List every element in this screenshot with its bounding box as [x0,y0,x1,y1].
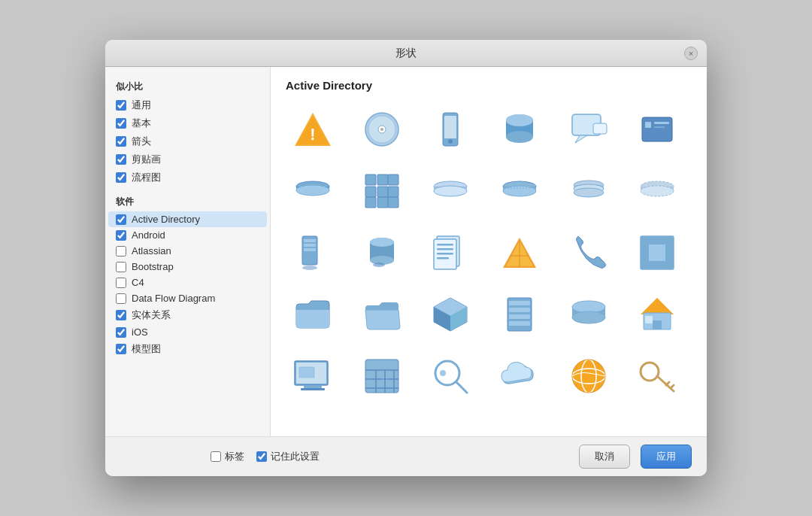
svg-marker-15 [575,135,587,143]
label-clipart: 剪贴画 [132,153,161,166]
svg-point-13 [506,114,533,126]
checkbox-android[interactable] [116,230,126,241]
icon-circular-database[interactable] [423,164,477,218]
remember-checkbox-input[interactable] [256,451,267,462]
icon-database-server[interactable] [492,102,547,156]
icon-warning-triangle[interactable]: ! [286,102,340,156]
icon-pyramid[interactable] [492,226,547,280]
icon-phone-device[interactable] [562,226,616,280]
checkbox-bootstrap[interactable] [116,262,126,272]
svg-rect-25 [377,175,388,185]
checkbox-arrow[interactable] [116,136,126,147]
label-ios: iOS [132,326,148,338]
sidebar-item-model[interactable]: 模型图 [105,340,270,358]
icon-cube-grid[interactable] [355,164,409,218]
label-general: 通用 [132,99,151,112]
icon-key[interactable] [630,349,684,403]
icon-dotted-database[interactable] [630,164,684,218]
content-area: Active Directory ! [271,67,707,436]
sidebar-item-entity[interactable]: 实体关系 [105,306,270,324]
icon-flat-database[interactable] [286,164,340,218]
content-title: Active Directory [286,79,692,92]
remember-checkbox-option[interactable]: 记住此设置 [256,450,320,463]
checkbox-basic[interactable] [116,118,126,129]
svg-line-114 [666,382,669,385]
checkbox-active-directory[interactable] [116,214,126,225]
svg-rect-8 [444,116,456,138]
label-entity: 实体关系 [132,308,171,322]
checkbox-dataflow[interactable] [116,293,126,304]
sidebar-section-software: 软件 [105,193,270,211]
dialog-body: 似小比 通用基本箭头剪贴画流程图 软件 Active DirectoryAndr… [105,67,707,436]
icon-disk-storage[interactable] [562,287,616,341]
checkbox-c4[interactable] [116,278,126,288]
icon-screen-monitor[interactable] [286,349,340,403]
icon-open-folder[interactable] [355,287,409,341]
svg-point-6 [380,128,383,131]
svg-rect-64 [437,248,453,250]
svg-rect-19 [654,122,669,124]
svg-rect-28 [377,187,388,197]
icon-striped-database[interactable] [562,164,616,218]
icon-card-rectangle[interactable] [630,102,684,156]
label-active-directory: Active Directory [132,214,200,225]
checkbox-model[interactable] [116,344,126,354]
icon-mobile-device[interactable] [423,102,477,156]
dialog: 形状 × 似小比 通用基本箭头剪贴画流程图 软件 Active Director… [105,40,707,476]
icon-3d-cube[interactable] [423,287,477,341]
svg-point-46 [641,186,674,196]
checkbox-flowchart[interactable] [116,172,126,183]
svg-rect-63 [437,244,453,246]
label-checkbox-option[interactable]: 标签 [211,450,244,463]
icon-house[interactable] [630,287,684,341]
sidebar-item-basic[interactable]: 基本 [105,114,270,132]
icon-server-rack[interactable] [492,287,547,341]
sidebar-item-arrow[interactable]: 箭头 [105,132,270,150]
svg-rect-17 [642,117,672,141]
checkbox-clipart[interactable] [116,154,126,165]
svg-rect-75 [641,261,674,269]
svg-line-106 [456,382,467,393]
close-button[interactable]: × [684,47,698,60]
icon-search-circle[interactable] [423,349,477,403]
checkbox-general[interactable] [116,100,126,111]
icon-globe[interactable] [562,349,616,403]
label-checkbox-input[interactable] [211,451,221,462]
svg-rect-83 [509,314,530,319]
svg-rect-49 [304,244,316,247]
icon-cd-disc[interactable] [355,102,409,156]
sidebar-item-general[interactable]: 通用 [105,96,270,114]
svg-rect-20 [654,126,665,128]
icon-chat-bubble[interactable] [562,102,616,156]
label-c4: C4 [132,277,144,288]
sidebar-item-active-directory[interactable]: Active Directory [108,211,267,227]
label-arrow: 箭头 [132,135,151,148]
checkbox-entity[interactable] [116,310,126,320]
svg-marker-89 [641,298,674,314]
sidebar-item-atlassian[interactable]: Atlassian [105,243,270,259]
icon-db-cylinder[interactable] [355,226,409,280]
dialog-titlebar: 形状 × [105,40,707,67]
icon-server-small[interactable] [286,226,340,280]
sidebar-item-ios[interactable]: iOS [105,324,270,340]
checkbox-atlassian[interactable] [116,246,126,256]
sidebar-item-dataflow[interactable]: Data Flow Diagram [105,290,270,306]
icon-cloud[interactable] [492,349,547,403]
icon-firewall[interactable] [630,226,684,280]
svg-rect-91 [653,320,662,329]
sidebar-item-flowchart[interactable]: 流程图 [105,168,270,187]
svg-rect-82 [509,308,530,312]
sidebar-item-c4[interactable]: C4 [105,275,270,290]
sidebar-item-bootstrap[interactable]: Bootstrap [105,259,270,275]
icon-network-database[interactable] [492,164,547,218]
sidebar-item-clipart[interactable]: 剪贴画 [105,150,270,168]
apply-button[interactable]: 应用 [641,445,692,469]
sidebar-item-android[interactable]: Android [105,227,270,243]
icon-document-list[interactable] [423,226,477,280]
checkbox-ios[interactable] [116,327,126,338]
icon-grid-panel[interactable] [355,349,409,403]
svg-text:!: ! [310,125,315,144]
cancel-button[interactable]: 取消 [579,445,630,469]
icon-folder[interactable] [286,287,340,341]
svg-rect-48 [304,239,316,242]
